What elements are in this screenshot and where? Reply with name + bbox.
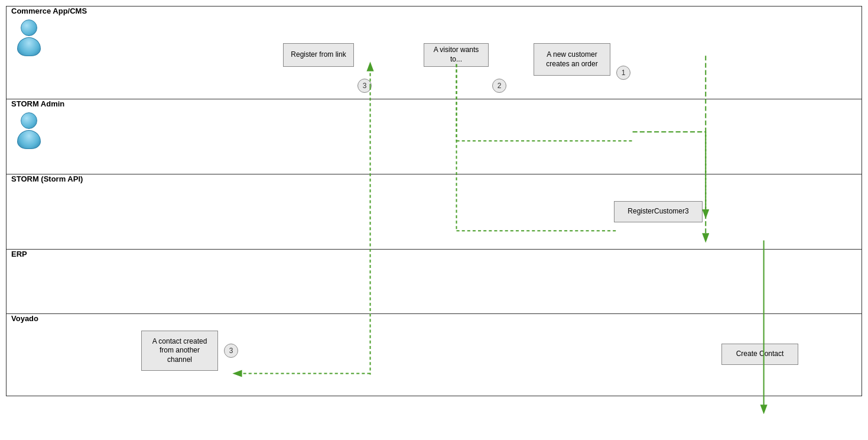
actor-body-commerce bbox=[17, 37, 41, 56]
lane-commerce-label: Commerce App/CMS bbox=[6, 4, 92, 18]
diagram-container: Commerce App/CMS Register from link A vi… bbox=[0, 0, 868, 440]
badge-1: 1 bbox=[616, 66, 630, 80]
lane-voyado-label: Voyado bbox=[6, 312, 43, 325]
actor-storm-admin bbox=[17, 112, 41, 149]
lane-storm-api-label: STORM (Storm API) bbox=[6, 172, 87, 186]
actor-body-storm-admin bbox=[17, 130, 41, 149]
lane-storm-admin: STORM Admin bbox=[6, 99, 862, 174]
lane-voyado: Voyado A contact created from another ch… bbox=[6, 313, 862, 396]
lane-storm-admin-label: STORM Admin bbox=[6, 97, 69, 111]
lane-storm-api: STORM (Storm API) RegisterCustomer3 bbox=[6, 174, 862, 250]
actor-head-commerce bbox=[21, 20, 37, 36]
box-create-contact: Create Contact bbox=[721, 344, 798, 365]
lane-commerce: Commerce App/CMS Register from link A vi… bbox=[6, 6, 862, 99]
badge-3-top: 3 bbox=[357, 79, 372, 93]
box-register: Register from link bbox=[283, 43, 354, 67]
lane-erp-label: ERP bbox=[6, 247, 32, 261]
badge-2: 2 bbox=[492, 79, 506, 93]
box-visitor: A visitor wants to... bbox=[424, 43, 489, 67]
actor-head-storm-admin bbox=[21, 112, 37, 129]
box-register-customer: RegisterCustomer3 bbox=[614, 201, 703, 222]
box-contact: A contact created from another channel bbox=[141, 331, 218, 371]
box-new-customer: A new customer creates an order bbox=[534, 43, 610, 76]
lane-erp: ERP bbox=[6, 249, 862, 314]
badge-3-bottom: 3 bbox=[224, 344, 238, 358]
actor-commerce bbox=[17, 20, 41, 56]
